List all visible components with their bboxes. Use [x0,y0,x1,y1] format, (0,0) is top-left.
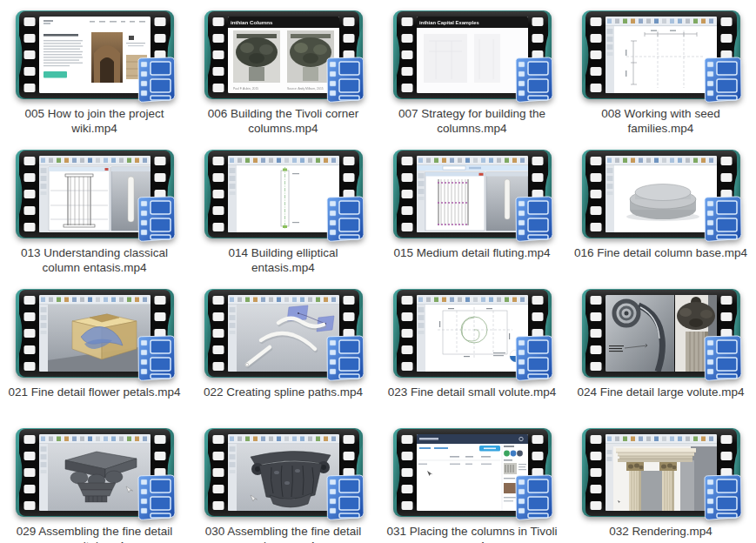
film-reel-icon [515,336,552,380]
video-filename: 008 Working with seedfamilies.mp4 [569,106,753,136]
video-filename: 032 Rendering.mp4 [569,524,753,539]
thumbnail-art-column-base [605,156,717,233]
thumbnail-art-revit-entasis [39,156,151,233]
video-thumbnail[interactable] [393,428,552,517]
video-thumbnail[interactable] [16,150,174,238]
video-grid: 005 How to join the projectwiki.mp4 inth… [0,0,756,543]
photo-credit-right: Source: Andy Milburn, 2015 [287,87,324,90]
video-thumbnail[interactable] [204,150,363,238]
video-thumbnail[interactable] [16,428,174,517]
slide-title: inthian Capital Examples [419,20,479,25]
thumbnail-art-website [39,17,151,93]
video-filename: 013 Understanding classicalcolumn entasi… [3,245,187,275]
video-thumbnail[interactable] [204,289,363,378]
video-filename: 015 Medium detail fluting.mp4 [380,245,565,260]
thumbnail-art-slide-capitals: inthian Capital Examples [417,17,528,93]
video-filename: 023 Fine detail small volute.mp4 [380,385,565,399]
video-005[interactable]: 005 How to join the projectwiki.mp4 [0,7,189,146]
thumbnail-art-web-dashboard [417,434,528,511]
thumbnail-art-small-volute [417,295,528,372]
film-reel-icon [326,475,363,520]
thumbnail-art-rendering [605,434,717,511]
video-filename: 006 Building the Tivoli cornercolumns.mp… [191,106,376,136]
video-thumbnail[interactable] [582,150,740,238]
video-filename: 021 Fine detail flower petals.mp4 [3,385,187,399]
film-reel-icon [704,336,740,380]
thumbnail-art-revit-elliptical [228,156,339,233]
video-031[interactable]: 031 Placing the columns in Tivoli.mp4 [378,425,566,543]
film-reel-icon [326,197,363,241]
video-006[interactable]: inthian Columns Paul F. Aubin, 2015 Sour… [189,7,378,146]
thumbnail-art-capital-blockout [39,434,151,512]
video-016[interactable]: 016 Fine detail column base.mp4 [566,146,755,285]
video-filename: 005 How to join the projectwiki.mp4 [3,106,187,136]
film-reel-icon [515,57,552,102]
thumbnail-art-slide-columns: inthian Columns Paul F. Aubin, 2015 Sour… [228,17,339,93]
video-008[interactable]: 008 Working with seedfamilies.mp4 [566,7,755,146]
video-thumbnail[interactable] [16,10,174,99]
video-thumbnail[interactable] [582,428,740,517]
video-filename: 029 Assembling the fine detailcapital.mp… [3,524,187,543]
video-030[interactable]: 030 Assembling the fine detailcolumn.mp4 [189,425,378,543]
video-007[interactable]: inthian Capital Examples 007 Strategy fo… [378,7,566,146]
video-filename: 024 Fine detail large volute.mp4 [569,385,753,399]
video-022[interactable]: 022 Creating spline paths.mp4 [189,285,378,425]
video-023[interactable]: 023 Fine detail small volute.mp4 [378,285,566,425]
video-thumbnail[interactable] [393,289,552,378]
thumbnail-art-flower-petals [39,295,151,372]
film-reel-icon [326,336,363,380]
film-reel-icon [137,197,174,241]
video-032[interactable]: 032 Rendering.mp4 [566,425,755,543]
film-reel-icon [704,57,740,102]
video-thumbnail[interactable]: inthian Columns Paul F. Aubin, 2015 Sour… [204,10,363,99]
video-thumbnail[interactable] [582,289,740,378]
video-filename: 022 Creating spline paths.mp4 [191,385,376,399]
video-021[interactable]: 021 Fine detail flower petals.mp4 [0,285,189,425]
thumbnail-art-revit-seed [605,17,717,94]
film-reel-icon [704,475,740,520]
video-013[interactable]: 013 Understanding classicalcolumn entasi… [0,146,189,285]
film-reel-icon [704,197,740,241]
video-thumbnail[interactable]: inthian Capital Examples [393,10,552,99]
video-thumbnail[interactable] [16,289,174,378]
video-filename: 007 Strategy for building thecolumns.mp4 [380,106,565,136]
video-024[interactable]: 024 Fine detail large volute.mp4 [566,285,755,425]
thumbnail-art-revit-fluting [417,156,528,238]
film-reel-icon [137,475,174,520]
video-filename: 030 Assembling the fine detailcolumn.mp4 [191,524,376,543]
video-filename: 031 Placing the columns in Tivoli.mp4 [380,524,565,543]
video-thumbnail[interactable] [393,150,552,238]
film-reel-icon [137,57,174,102]
film-reel-icon [515,475,552,520]
film-reel-icon [137,336,174,380]
film-reel-icon [326,57,363,102]
video-029[interactable]: 029 Assembling the fine detailcapital.mp… [0,425,189,543]
video-015[interactable]: 015 Medium detail fluting.mp4 [378,146,566,285]
video-filename: 014 Building ellipticalentasis.mp4 [191,245,376,275]
video-thumbnail[interactable] [204,428,363,517]
video-014[interactable]: 014 Building ellipticalentasis.mp4 [189,146,378,285]
thumbnail-art-large-volute [605,295,717,372]
thumbnail-art-spline-paths [228,295,339,372]
film-reel-icon [515,197,552,241]
thumbnail-art-capital-detailed [228,434,339,512]
video-filename: 016 Fine detail column base.mp4 [569,245,753,260]
video-thumbnail[interactable] [582,10,740,99]
slide-title: inthian Columns [231,19,273,25]
photo-credit-left: Paul F. Aubin, 2015 [233,87,258,90]
